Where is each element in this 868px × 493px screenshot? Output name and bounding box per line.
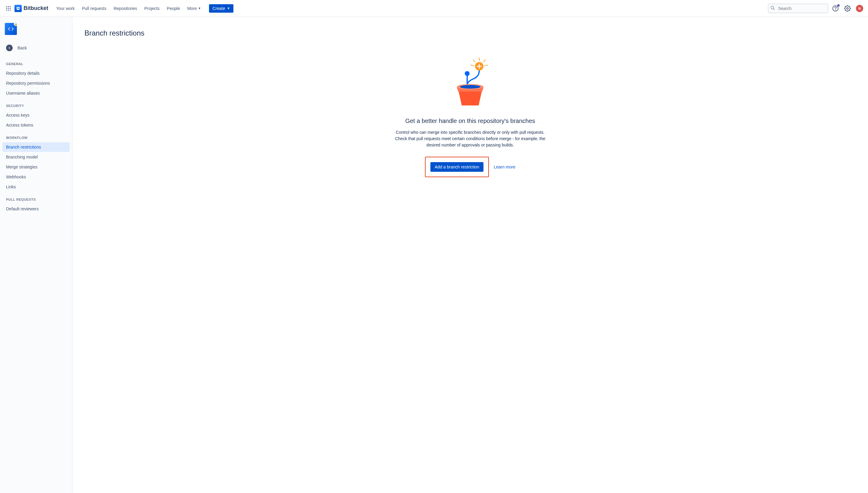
nav-more-label: More bbox=[187, 6, 197, 11]
sidebar-item-username-aliases[interactable]: Username aliases bbox=[2, 88, 70, 98]
sidebar-item-default-reviewers[interactable]: Default reviewers bbox=[2, 204, 70, 214]
sidebar-item-merge-strategies[interactable]: Merge strategies bbox=[2, 162, 70, 172]
sidebar-item-repository-permissions[interactable]: Repository permissions bbox=[2, 78, 70, 88]
sidebar-item-access-keys[interactable]: Access keys bbox=[2, 110, 70, 120]
sidebar-item-links[interactable]: Links bbox=[2, 182, 70, 192]
svg-point-2 bbox=[9, 6, 11, 7]
lock-icon: 🔒 bbox=[14, 22, 18, 26]
nav-projects[interactable]: Projects bbox=[142, 4, 163, 13]
empty-state-illustration bbox=[446, 56, 494, 107]
section-header-general: General bbox=[2, 60, 70, 68]
nav-your-work[interactable]: Your work bbox=[53, 4, 78, 13]
svg-point-13 bbox=[847, 7, 848, 9]
page-title: Branch restrictions bbox=[84, 29, 856, 37]
sidebar-item-branch-restrictions[interactable]: Branch restrictions bbox=[2, 142, 70, 152]
back-arrow-icon bbox=[6, 45, 13, 51]
svg-point-22 bbox=[465, 71, 470, 76]
search-input[interactable] bbox=[768, 4, 828, 13]
svg-point-4 bbox=[8, 8, 9, 9]
search-icon bbox=[770, 5, 775, 11]
svg-line-10 bbox=[773, 8, 774, 9]
sidebar: 🔒 Back General Repository details Reposi… bbox=[0, 17, 73, 493]
sidebar-item-branching-model[interactable]: Branching model bbox=[2, 152, 70, 162]
sidebar-item-access-tokens[interactable]: Access tokens bbox=[2, 120, 70, 130]
create-label: Create bbox=[213, 6, 225, 11]
svg-line-15 bbox=[473, 60, 475, 62]
cta-highlight-box: Add a branch restriction bbox=[425, 157, 489, 177]
chevron-down-icon: ▼ bbox=[198, 7, 201, 10]
section-header-pull-requests: Pull Requests bbox=[2, 195, 70, 204]
nav-pull-requests[interactable]: Pull requests bbox=[79, 4, 109, 13]
help-icon[interactable] bbox=[831, 4, 840, 13]
section-header-security: Security bbox=[2, 102, 70, 110]
avatar-button[interactable]: N bbox=[855, 4, 864, 13]
chevron-down-icon: ▼ bbox=[227, 7, 230, 10]
svg-point-8 bbox=[9, 9, 11, 10]
app-switcher-icon[interactable] bbox=[4, 4, 13, 13]
empty-state-title: Get a better handle on this repository's… bbox=[389, 117, 552, 125]
svg-line-17 bbox=[471, 65, 474, 66]
settings-icon[interactable] bbox=[843, 4, 852, 13]
bitbucket-logo[interactable]: Bitbucket bbox=[15, 5, 48, 12]
avatar: N bbox=[856, 5, 863, 12]
brand-name: Bitbucket bbox=[23, 5, 48, 12]
svg-line-18 bbox=[485, 65, 488, 66]
back-link[interactable]: Back bbox=[2, 42, 70, 53]
section-header-workflow: Workflow bbox=[2, 133, 70, 142]
repo-avatar[interactable]: 🔒 bbox=[5, 23, 17, 35]
nav-repositories[interactable]: Repositories bbox=[111, 4, 140, 13]
create-button[interactable]: Create ▼ bbox=[209, 4, 234, 13]
empty-state-description: Control who can merge into specific bran… bbox=[389, 129, 552, 148]
nav-more[interactable]: More ▼ bbox=[184, 4, 204, 13]
svg-point-1 bbox=[8, 6, 9, 7]
learn-more-link[interactable]: Learn more bbox=[494, 165, 515, 169]
notification-badge bbox=[837, 4, 840, 7]
sidebar-item-webhooks[interactable]: Webhooks bbox=[2, 172, 70, 182]
main-content: Branch restrictions bbox=[73, 17, 868, 493]
svg-line-16 bbox=[483, 60, 485, 62]
svg-point-27 bbox=[460, 85, 480, 89]
back-label: Back bbox=[18, 45, 27, 50]
svg-point-12 bbox=[835, 9, 836, 10]
svg-point-7 bbox=[8, 9, 9, 10]
add-branch-restriction-button[interactable]: Add a branch restriction bbox=[430, 162, 483, 172]
svg-point-0 bbox=[6, 6, 7, 7]
svg-point-5 bbox=[9, 8, 11, 9]
svg-point-9 bbox=[771, 6, 773, 9]
sidebar-item-repository-details[interactable]: Repository details bbox=[2, 68, 70, 78]
svg-point-3 bbox=[6, 8, 7, 9]
logo-mark-icon bbox=[15, 5, 22, 12]
svg-point-6 bbox=[6, 9, 7, 10]
nav-people[interactable]: People bbox=[164, 4, 183, 13]
